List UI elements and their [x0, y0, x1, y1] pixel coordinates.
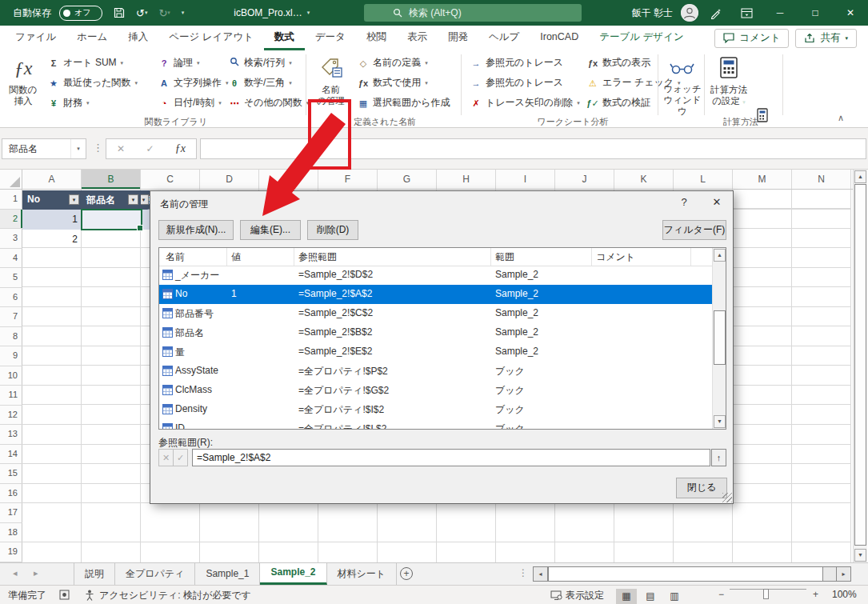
ribbon-button-logical[interactable]: ?論理▾ — [155, 53, 231, 73]
name-list-row[interactable]: AssyState=全プロパティ!$P$2ブック — [159, 362, 712, 381]
ribbon-button-financial[interactable]: ¥財務▾ — [45, 93, 140, 113]
sheet-tab-material-sheet[interactable]: 材料シート — [327, 563, 398, 585]
maximize-button[interactable]: □ — [798, 0, 833, 26]
sheet-tab-sample-1[interactable]: Sample_1 — [195, 563, 260, 585]
name-list-row[interactable]: 部品番号=Sample_2!$C$2Sample_2 — [159, 304, 712, 323]
column-header-k[interactable]: K — [614, 170, 674, 189]
quick-access-chevron-icon[interactable]: ▾ — [182, 10, 185, 16]
list-scroll-thumb[interactable] — [714, 310, 726, 365]
scroll-down-icon[interactable]: ▼ — [854, 549, 866, 562]
tab-home[interactable]: ホーム — [66, 26, 118, 50]
list-scrollbar[interactable]: ▲ ▼ — [712, 248, 726, 429]
tab-formulas[interactable]: 数式 — [264, 26, 305, 50]
tab-view[interactable]: 表示 — [397, 26, 438, 50]
list-column-0[interactable]: 名前 — [166, 250, 185, 264]
ribbon-button-lookup[interactable]: 検索/行列▾ — [226, 53, 311, 73]
column-header-m[interactable]: M — [733, 170, 792, 189]
row-header-17[interactable]: 17 — [0, 503, 22, 523]
row-header-7[interactable]: 7 — [0, 307, 22, 327]
zoom-out-icon[interactable]: − — [718, 589, 724, 600]
column-header-h[interactable]: H — [437, 170, 496, 189]
tab-help[interactable]: ヘルプ — [478, 26, 530, 50]
sheet-nav-right-icon[interactable]: ▸ — [34, 568, 38, 578]
new-sheet-button[interactable]: + — [400, 567, 413, 580]
ribbon-button-more-functions[interactable]: ⋯その他の関数▾ — [226, 93, 311, 113]
sheet-tab-all-properties[interactable]: 全プロパティ — [115, 563, 195, 585]
list-scroll-down-icon[interactable]: ▼ — [714, 415, 726, 428]
column-header-a[interactable]: A — [22, 170, 82, 189]
vertical-scrollbar[interactable]: ▲ ▼ — [853, 170, 867, 562]
row-header-2[interactable]: 2 — [0, 210, 22, 230]
name-list-row[interactable]: ID=全プロパティ!$L$2ブック — [159, 419, 712, 430]
list-column-3[interactable]: 範囲 — [495, 250, 514, 264]
display-settings-icon[interactable] — [550, 590, 562, 603]
filter-button[interactable]: フィルター(F) ▾ — [662, 220, 726, 240]
ribbon-button-use-in-formula[interactable]: ƒx数式で使用▾ — [354, 73, 453, 93]
name-box[interactable]: 部品名 ▾ — [2, 138, 86, 159]
collapse-ribbon-icon[interactable]: ∧ — [832, 113, 850, 126]
accessibility-icon[interactable] — [85, 590, 94, 603]
sheet-tab-sample-2[interactable]: Sample_2 — [260, 563, 326, 585]
comments-button[interactable]: コメント — [714, 29, 789, 48]
ribbon-button-define-name[interactable]: ◇名前の定義▾ — [354, 53, 453, 73]
column-header-d[interactable]: D — [200, 170, 259, 189]
row-header-5[interactable]: 5 — [0, 268, 22, 288]
ribbon-button-trace-precedents[interactable]: →参照元のトレース — [467, 53, 582, 73]
row-header-16[interactable]: 16 — [0, 484, 22, 504]
refers-to-input[interactable]: =Sample_2!$A$2 — [192, 449, 710, 466]
ribbon-button-math-trig[interactable]: θ数学/三角▾ — [226, 73, 311, 93]
insert-function-icon[interactable]: ƒx — [175, 142, 186, 155]
list-column-1[interactable]: 値 — [231, 250, 241, 264]
name-box-dropdown-icon[interactable]: ▾ — [70, 139, 86, 158]
name-manager-button[interactable]: 名前 の管理 — [312, 53, 350, 117]
cell-a3[interactable]: 2 — [22, 230, 82, 249]
row-header-4[interactable]: 4 — [0, 249, 22, 269]
table-header-b[interactable]: 部品名▾ — [82, 190, 141, 210]
resize-grip[interactable] — [722, 493, 732, 502]
column-header-c[interactable]: C — [141, 170, 200, 189]
save-icon[interactable] — [114, 7, 125, 18]
ribbon-display-options-icon[interactable] — [741, 8, 753, 18]
avatar[interactable] — [681, 4, 698, 22]
minimize-button[interactable]: ─ — [762, 0, 798, 26]
calculation-options-button[interactable]: 計算方法 の設定 ▾ — [707, 53, 750, 117]
undo-icon[interactable]: ↺ ▾ — [136, 7, 147, 19]
scroll-left-icon[interactable]: ◂ — [534, 567, 548, 581]
dialog-help-button[interactable]: ? — [675, 194, 693, 210]
list-scroll-up-icon[interactable]: ▲ — [714, 249, 726, 262]
row-header-11[interactable]: 11 — [0, 386, 22, 406]
ribbon-button-date-time[interactable]: ◔日付/時刻▾ — [155, 93, 231, 113]
zoom-slider-thumb[interactable] — [763, 589, 769, 599]
new-name-button[interactable]: 新規作成(N)... — [158, 220, 234, 240]
column-header-n[interactable]: N — [792, 170, 851, 189]
scroll-up-icon[interactable]: ▲ — [854, 170, 866, 183]
row-header-10[interactable]: 10 — [0, 366, 22, 386]
column-header-e[interactable]: E — [259, 170, 318, 189]
zoom-in-icon[interactable]: + — [813, 589, 818, 600]
name-list-row[interactable]: 部品名=Sample_2!$B$2Sample_2 — [159, 323, 712, 342]
horizontal-scrollbar[interactable]: ◂ ▸ — [533, 566, 851, 582]
row-header-9[interactable]: 9 — [0, 346, 22, 366]
sheet-nav-left-icon[interactable]: ◂ — [13, 568, 18, 578]
view-normal-button[interactable]: ▦ — [616, 589, 637, 604]
row-header-6[interactable]: 6 — [0, 288, 22, 308]
active-cell-b2[interactable] — [81, 209, 142, 230]
edit-name-button[interactable]: 編集(E)... — [240, 220, 301, 240]
name-list-row[interactable]: Density=全プロパティ!$I$2ブック — [159, 400, 712, 419]
document-title[interactable]: icBOM_Pro.xl…▾ — [234, 7, 310, 18]
insert-function-button[interactable]: ƒx 関数の 挿入 — [5, 53, 42, 117]
sheet-tab-description[interactable]: 説明 — [74, 563, 115, 585]
ribbon-button-autosum[interactable]: Σオート SUM▾ — [45, 53, 140, 73]
name-list-row[interactable]: _メーカー=Sample_2!$D$2Sample_2 — [159, 266, 712, 285]
tabbar-splitter[interactable]: ⋮ — [518, 567, 528, 578]
horizontal-scroll-thumb[interactable] — [548, 567, 823, 581]
tab-ironcad[interactable]: IronCAD — [530, 26, 589, 50]
column-header-g[interactable]: G — [378, 170, 437, 189]
ribbon-button-text[interactable]: A文字列操作▾ — [155, 73, 231, 93]
macro-record-icon[interactable] — [59, 590, 70, 602]
view-page-layout-button[interactable]: ▤ — [640, 589, 661, 604]
column-header-f[interactable]: F — [318, 170, 378, 189]
ink-pen-icon[interactable] — [710, 7, 722, 19]
table-header-a[interactable]: No▾ — [22, 190, 82, 210]
name-list-row[interactable]: 量=Sample_2!$E$2Sample_2 — [159, 342, 712, 362]
